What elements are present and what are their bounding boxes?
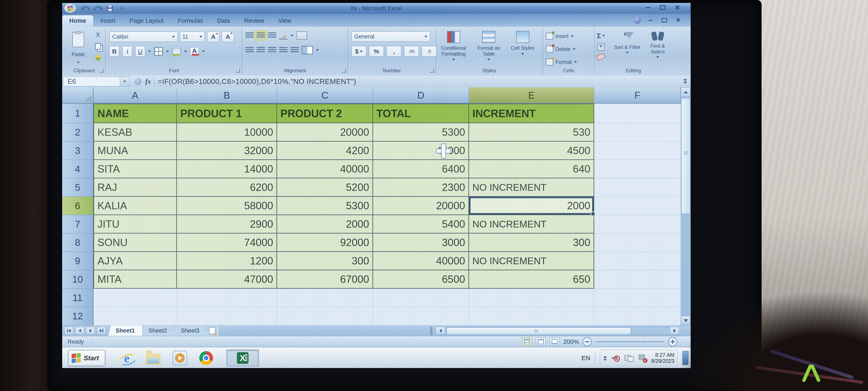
cell-styles-button[interactable]: Cell Styles [507,31,538,66]
cell-A5[interactable]: RAJ [93,178,177,197]
name-box[interactable]: E6 [63,77,120,86]
cell-A12[interactable] [93,307,177,326]
cell-E10[interactable]: 650 [469,270,594,289]
row-header-12[interactable]: 12 [62,307,93,326]
tab-view[interactable]: View [271,15,298,27]
first-sheet-button[interactable] [64,327,73,335]
sheet-tab-sheet1[interactable]: Sheet1 [108,326,143,336]
cell-E12[interactable] [469,307,594,326]
cell-C1[interactable]: PRODUCT 2 [277,104,373,123]
zoom-in-button[interactable] [668,337,677,346]
cell-C6[interactable]: 5300 [277,197,373,215]
cell-E7[interactable]: NO INCREMENT [469,215,594,233]
undo-button[interactable] [82,5,90,12]
cell-B7[interactable]: 2900 [177,215,277,233]
tab-split-handle[interactable] [430,327,432,335]
shrink-font-button[interactable]: A [222,31,234,42]
workbook-minimize-button[interactable] [646,17,655,23]
cell-D2[interactable]: 5300 [373,123,469,142]
tab-data[interactable]: Data [210,15,237,27]
cell-F6[interactable] [594,197,681,215]
row-header-8[interactable]: 8 [62,233,93,252]
cell-E2[interactable]: 530 [469,123,594,142]
cell-B9[interactable]: 1200 [177,252,277,270]
minimize-button[interactable] [644,5,652,10]
comma-button[interactable]: , [386,46,401,57]
zoom-out-button[interactable] [583,337,592,346]
cell-A7[interactable]: JITU [93,215,177,233]
chevron-down-icon[interactable] [166,51,169,52]
row-header-5[interactable]: 5 [62,178,93,197]
name-box-dropdown[interactable] [120,77,130,86]
cell-B8[interactable]: 74000 [177,233,277,252]
cut-button[interactable] [94,31,102,39]
format-cells-button[interactable]: Format [546,58,577,65]
column-header-F[interactable]: F [594,87,681,104]
row-header-4[interactable]: 4 [62,160,93,178]
cell-D9[interactable]: 40000 [373,252,469,270]
sheet-tab-sheet3[interactable]: Sheet3 [174,326,208,336]
column-header-E[interactable]: E [469,87,594,104]
cell-F2[interactable] [594,123,681,142]
align-bottom-button[interactable] [268,32,276,39]
cell-D4[interactable]: 6400 [373,160,469,178]
increase-indent-button[interactable] [290,47,299,53]
clear-button[interactable] [596,53,606,61]
column-header-A[interactable]: A [93,87,177,104]
formula-bar-button[interactable] [134,78,142,85]
format-as-table-button[interactable]: Format as Table [472,31,505,66]
restore-button[interactable] [658,5,667,10]
column-header-D[interactable]: D [373,87,469,104]
page-layout-view-button[interactable] [536,338,546,346]
cell-F1[interactable] [594,104,681,123]
bold-button[interactable]: B [109,46,119,57]
dialog-launcher-icon[interactable] [99,69,103,73]
internet-explorer-icon[interactable]: e [120,351,134,365]
row-header-1[interactable]: 1 [62,104,93,123]
wrap-text-button[interactable] [296,31,307,40]
font-size-select[interactable]: 11 [180,31,205,42]
horizontal-scroll-track[interactable] [445,327,670,335]
cell-D8[interactable]: 3000 [373,233,469,252]
scroll-right-button[interactable] [670,327,679,335]
tab-formulas[interactable]: Formulas [171,15,210,27]
vertical-scrollbar[interactable] [681,87,691,326]
currency-button[interactable]: $ [351,46,366,57]
cell-F11[interactable] [594,289,681,307]
cell-C11[interactable] [277,289,373,307]
cell-B3[interactable]: 32000 [177,142,277,160]
insert-function-button[interactable]: fx [145,78,151,85]
scroll-up-button[interactable] [681,87,691,97]
chevron-down-icon[interactable] [316,49,319,51]
normal-view-button[interactable] [522,338,532,346]
dialog-launcher-icon[interactable] [342,69,346,73]
dialog-launcher-icon[interactable] [430,69,434,73]
cell-D12[interactable] [373,307,469,326]
cell-E11[interactable] [469,289,594,307]
cell-E6-selected[interactable]: 2000 [469,197,594,215]
workbook-restore-button[interactable] [660,17,669,23]
media-player-icon[interactable] [173,351,187,365]
cell-D10[interactable]: 6500 [373,270,469,289]
chrome-icon[interactable] [199,351,213,365]
horizontal-scroll-thumb[interactable] [446,327,631,335]
zoom-slider-handle[interactable] [638,339,643,342]
fill-color-button[interactable] [172,47,181,56]
language-indicator[interactable]: EN [582,355,590,362]
column-header-C[interactable]: C [277,87,373,104]
row-header-7[interactable]: 7 [62,215,93,233]
last-sheet-button[interactable] [97,327,106,335]
cell-E3[interactable]: 4500 [469,142,594,160]
sort-filter-button[interactable]: AZ Sort & Filter [613,31,642,67]
redo-button[interactable] [94,5,102,12]
align-left-button[interactable] [245,47,254,53]
cell-B11[interactable] [177,289,277,307]
cell-A9[interactable]: AJYA [93,252,177,270]
cell-D5[interactable]: 2300 [373,178,469,197]
copy-button[interactable] [94,43,102,50]
cell-F7[interactable] [594,215,681,233]
row-header-11[interactable]: 11 [62,289,93,307]
cell-C7[interactable]: 2000 [277,215,373,233]
network-icon[interactable] [624,354,634,362]
cell-E5[interactable]: NO INCREMENT [469,178,594,197]
